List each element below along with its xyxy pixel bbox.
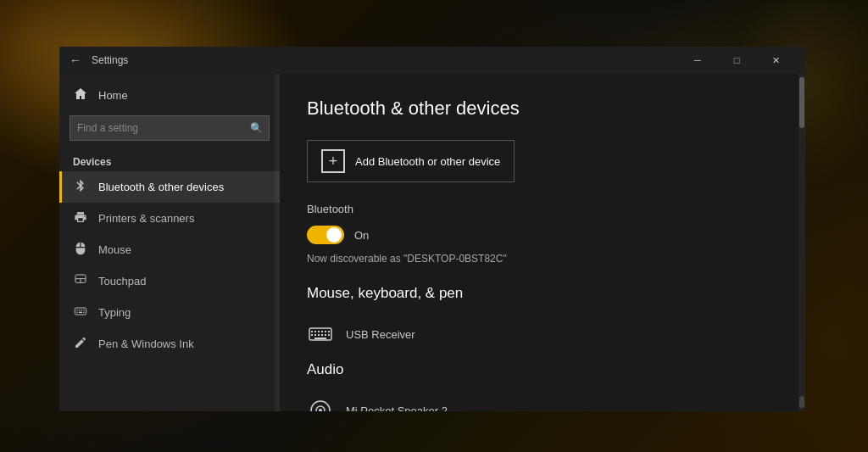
search-container: 🔍 xyxy=(70,115,270,141)
sidebar: Home 🔍 Devices Bluetooth & other devices xyxy=(59,74,280,411)
svg-rect-19 xyxy=(314,334,316,336)
titlebar: ← Settings ─ □ ✕ xyxy=(59,47,805,74)
discoverable-text: Now discoverable as "DESKTOP-0BST82C" xyxy=(307,253,778,265)
home-icon xyxy=(73,87,88,103)
keyboard-device-icon xyxy=(307,321,334,348)
scrollbar-thumb-top xyxy=(799,77,804,128)
sidebar-item-touchpad[interactable]: Touchpad xyxy=(59,265,280,297)
speaker-device-icon xyxy=(307,397,334,411)
search-icon: 🔍 xyxy=(250,122,263,134)
maximize-button[interactable]: □ xyxy=(717,47,756,74)
svg-rect-17 xyxy=(328,331,330,332)
sidebar-mouse-label: Mouse xyxy=(98,243,131,256)
mouse-icon xyxy=(73,242,88,258)
sidebar-item-home[interactable]: Home xyxy=(59,81,280,110)
svg-rect-6 xyxy=(81,310,82,310)
svg-rect-4 xyxy=(76,310,77,310)
svg-rect-8 xyxy=(76,312,77,313)
toggle-on-label: On xyxy=(354,229,369,242)
svg-rect-16 xyxy=(325,331,326,332)
window-content: Home 🔍 Devices Bluetooth & other devices xyxy=(59,74,805,411)
sidebar-typing-label: Typing xyxy=(98,306,131,319)
svg-rect-18 xyxy=(311,334,313,336)
svg-rect-5 xyxy=(79,310,80,310)
add-device-button[interactable]: + Add Bluetooth or other device xyxy=(307,140,515,182)
scrollbar-thumb-bottom xyxy=(799,396,804,408)
speaker-label: Mi Pocket Speaker 2 xyxy=(346,405,448,412)
svg-point-27 xyxy=(319,409,322,411)
minimize-button[interactable]: ─ xyxy=(678,47,717,74)
svg-rect-9 xyxy=(79,312,82,313)
svg-rect-7 xyxy=(83,310,84,310)
bluetooth-icon xyxy=(73,179,88,195)
close-button[interactable]: ✕ xyxy=(756,47,795,74)
bluetooth-section-label: Bluetooth xyxy=(307,203,778,215)
sidebar-section-label: Devices xyxy=(59,149,280,171)
main-scrollbar[interactable] xyxy=(798,74,805,411)
touchpad-icon xyxy=(73,273,88,289)
svg-rect-3 xyxy=(75,308,86,315)
mouse-section-title: Mouse, keyboard, & pen xyxy=(307,285,778,302)
usb-receiver-row: USB Receiver xyxy=(307,314,778,354)
window-title: Settings xyxy=(92,54,678,66)
toggle-knob xyxy=(326,227,342,243)
bluetooth-toggle[interactable] xyxy=(307,226,344,244)
main-panel: Bluetooth & other devices + Add Bluetoot… xyxy=(280,74,805,411)
sidebar-item-pen[interactable]: Pen & Windows Ink xyxy=(59,328,280,360)
search-input[interactable] xyxy=(70,115,270,141)
typing-icon xyxy=(73,304,88,321)
printers-icon xyxy=(73,210,88,226)
sidebar-bluetooth-label: Bluetooth & other devices xyxy=(98,181,224,193)
svg-rect-13 xyxy=(314,331,316,332)
svg-rect-14 xyxy=(318,331,320,332)
sidebar-touchpad-label: Touchpad xyxy=(98,275,146,287)
svg-rect-12 xyxy=(311,331,313,332)
svg-rect-20 xyxy=(318,334,320,336)
pen-icon xyxy=(73,336,88,352)
svg-rect-24 xyxy=(314,338,326,339)
bluetooth-toggle-row: On xyxy=(307,226,778,244)
plus-icon: + xyxy=(321,149,345,173)
settings-window: ← Settings ─ □ ✕ Home 🔍 xyxy=(59,47,805,411)
speaker-row: Mi Pocket Speaker 2 xyxy=(307,390,778,411)
usb-receiver-label: USB Receiver xyxy=(346,328,415,341)
sidebar-item-printers[interactable]: Printers & scanners xyxy=(59,203,280,234)
window-controls: ─ □ ✕ xyxy=(678,47,795,74)
svg-rect-15 xyxy=(321,331,323,332)
back-button[interactable]: ← xyxy=(70,53,81,67)
sidebar-item-mouse[interactable]: Mouse xyxy=(59,234,280,265)
sidebar-printers-label: Printers & scanners xyxy=(98,212,194,225)
sidebar-item-typing[interactable]: Typing xyxy=(59,297,280,328)
add-device-label: Add Bluetooth or other device xyxy=(355,155,500,168)
sidebar-pen-label: Pen & Windows Ink xyxy=(98,338,194,350)
svg-rect-23 xyxy=(328,334,330,336)
audio-section-title: Audio xyxy=(307,361,778,378)
svg-rect-10 xyxy=(83,312,84,313)
home-label: Home xyxy=(98,89,128,102)
sidebar-item-bluetooth[interactable]: Bluetooth & other devices xyxy=(59,171,280,203)
svg-rect-21 xyxy=(321,334,323,336)
svg-rect-22 xyxy=(325,334,326,336)
page-title: Bluetooth & other devices xyxy=(307,98,778,120)
